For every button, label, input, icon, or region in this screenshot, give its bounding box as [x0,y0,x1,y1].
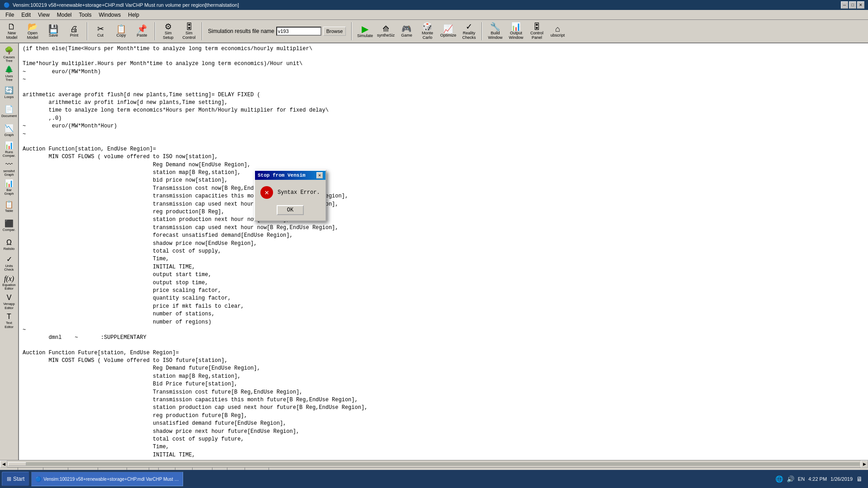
code-line [23,342,864,349]
code-line: Time*hourly multiplier.Hours per Month*t… [23,60,864,68]
main-area: 🌳 CausesTree 🌲 UsesTree 🔄 Loops 📄 Docume… [0,43,868,460]
synthesize-label: syntheSiz [377,33,395,38]
synthesize-button[interactable]: ⟰ syntheSiz [376,21,396,42]
sim-control-button[interactable]: 🎛 SimControl [179,21,199,42]
horizontal-scrollbar[interactable]: ◀ ▶ [0,460,868,467]
menu-help[interactable]: Help [124,10,143,19]
document-label: Document [1,114,17,118]
print-button[interactable]: 🖨 Print [64,21,84,42]
toolbar-separator-3 [202,22,203,40]
sidebar-units-check[interactable]: ✓ UnitsCheck [0,254,18,273]
sidebar-equation-editor[interactable]: f(x) EquationEditor [0,273,18,292]
build-window-icon: 🔧 [490,23,500,31]
code-line: Reg Demand now[EndUse Region], [23,161,864,169]
reality-checks-button[interactable]: ✓ RealityChecks [459,21,479,42]
venapp-editor-label: VenappEditor [3,302,14,310]
minimize-button[interactable]: ─ [841,1,848,9]
sim-file-input[interactable] [276,27,321,36]
sidebar-text-editor[interactable]: T TextEditor [0,311,18,330]
toolbar-separator-1 [87,22,88,40]
menu-view[interactable]: View [34,10,53,19]
dialog-close-button[interactable]: ✕ [316,172,323,178]
code-line [23,84,864,91]
error-icon: ✕ [260,186,273,199]
save-button[interactable]: 💾 Save [43,21,63,42]
scroll-right-button[interactable]: ▶ [861,460,868,468]
sim-setup-button[interactable]: ⚙ SimSetup [158,21,178,42]
toolbar-separator-4 [351,22,352,40]
paste-button[interactable]: 📌 Paste [132,21,152,42]
menu-model[interactable]: Model [53,10,75,19]
scroll-left-button[interactable]: ◀ [0,460,7,468]
new-model-label: NewModel [6,31,18,40]
loops-icon: 🔄 [5,86,14,94]
copy-label: Copy [116,33,126,38]
sidebar-venapp-editor[interactable]: V VenappEditor [0,292,18,311]
sidebar-bar-graph[interactable]: 📊 BarGraph [0,178,18,197]
menu-windows[interactable]: Windows [95,10,125,19]
volume-icon: 🔊 [787,475,794,483]
sidebar-uses-tree[interactable]: 🌲 UsesTree [0,64,18,83]
sidebar-document[interactable]: 📄 Document [0,102,18,121]
reality-checks-icon: ✓ [466,23,472,31]
menu-tools[interactable]: Tools [75,10,95,19]
copy-button[interactable]: 📋 Copy [111,21,131,42]
sidebar-graph[interactable]: 📉 Graph [0,121,18,140]
open-model-button[interactable]: 📂 OpenModel [23,21,42,42]
code-line: price scaling factor, [23,287,864,295]
scroll-track[interactable] [8,462,860,466]
build-window-button[interactable]: 🔧 BuildWindow [485,21,505,42]
maximize-button[interactable]: □ [849,1,856,9]
output-window-label: OutputWindow [509,31,523,40]
sidebar-sensitvt-graph[interactable]: 〰 sensitvtGraph [0,159,18,178]
menu-edit[interactable]: Edit [18,10,34,19]
monte-carlo-button[interactable]: 🎲 MonteCarlo [417,21,437,42]
dialog-title: Stop from Vensim [258,173,306,178]
code-line [23,53,864,60]
dialog-titlebar[interactable]: Stop from Vensim ✕ [255,171,326,180]
taskbar-app-label: Vensim:100219 v58+renewable+storage+CHP.… [43,477,179,482]
optimize-button[interactable]: 📈 Optimize [438,21,458,42]
menu-file[interactable]: File [2,10,18,19]
windows-logo: ⊞ [7,476,11,482]
output-window-icon: 📊 [511,23,521,31]
sidebar-causes-tree[interactable]: 🌳 CausesTree [0,45,18,64]
document-icon: 📄 [5,105,14,113]
ok-button[interactable]: OK [277,205,304,215]
synthesize-icon: ⟰ [382,25,389,33]
loops-label: Loops [5,95,14,99]
game-button[interactable]: 🎮 Game [396,21,416,42]
scroll-thumb[interactable] [8,462,26,466]
new-model-button[interactable]: 🗋 NewModel [2,21,22,42]
code-line: time to analyze long term economics*Hour… [23,107,864,114]
taskbar-date: 1/26/2019 [830,476,853,482]
text-editor-label: TextEditor [5,321,14,329]
code-line: station production next hour now[station… [23,216,864,224]
simulate-label: Simulate [357,34,373,38]
taskbar-vensim-app[interactable]: 🔵 Vensim:100219 v58+renewable+storage+CH… [31,472,183,486]
close-button[interactable]: ✕ [857,1,864,9]
subscript-button[interactable]: ⌂ ubscript [547,21,567,42]
sidebar-ratio[interactable]: Ω Ratislio [0,235,18,254]
output-window-button[interactable]: 📊 OutputWindow [506,21,526,42]
sidebar-table[interactable]: 📋 Table [0,197,18,216]
control-panel-icon: 🎛 [533,23,541,31]
stop-dialog: Stop from Vensim ✕ ✕ Syntax Error. OK [254,170,326,221]
sidebar-compare[interactable]: ⬛ Compar. [0,216,18,235]
start-button[interactable]: ⊞ Start [2,472,29,486]
code-line: reg production[B Reg], [23,208,864,216]
sim-setup-label: SimSetup [163,31,174,40]
control-panel-button[interactable]: 🎛 ControlPanel [527,21,547,42]
left-sidebar: 🌳 CausesTree 🌲 UsesTree 🔄 Loops 📄 Docume… [0,43,19,460]
sidebar-runs-compare[interactable]: 📊 RunsCompar. [0,140,18,159]
sim-file-area: Simulation results file name Browse [208,27,346,36]
compare-icon: ⬛ [5,220,14,228]
browse-button[interactable]: Browse [323,27,346,36]
show-desktop-icon[interactable]: 🖥 [856,475,863,483]
sidebar-loops[interactable]: 🔄 Loops [0,83,18,102]
editor-area[interactable]: (if then else(Time<Hours per Month*time … [19,43,868,460]
title-controls[interactable]: ─ □ ✕ [841,1,864,9]
cut-button[interactable]: ✂ Cut [90,21,110,42]
code-line: transmission cap used next hour now[B Re… [23,224,864,232]
simulate-button[interactable]: ▶ Simulate [355,21,375,42]
